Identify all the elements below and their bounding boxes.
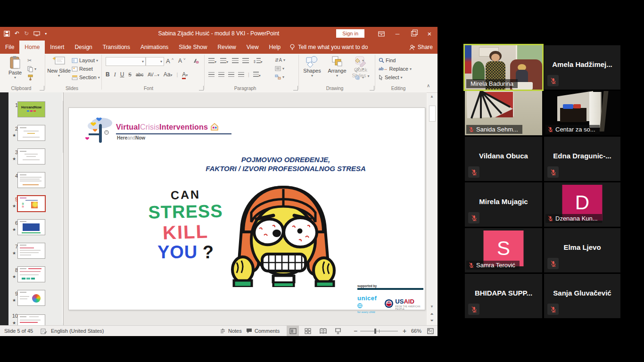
tab-review[interactable]: Review [212, 41, 241, 54]
slideshow-view-button[interactable] [332, 326, 344, 336]
format-painter-button[interactable] [27, 74, 33, 81]
shape-effects-button[interactable]: ▾ [355, 74, 364, 81]
language-status[interactable]: English (United States) [51, 326, 104, 336]
slide-thumbnail-10[interactable] [17, 314, 45, 326]
slide-sorter-view-button[interactable] [302, 326, 314, 336]
clipboard-dialog-launcher[interactable] [40, 86, 44, 90]
participant-tile-samra[interactable]: S Samra Terović [465, 228, 542, 272]
close-button[interactable]: × [421, 27, 438, 41]
strikethrough-button[interactable]: S [128, 71, 132, 78]
line-spacing-button[interactable]: ⇕▾ [253, 58, 263, 64]
participant-tile-sanja[interactable]: Sanja Gluvačević [544, 274, 620, 318]
convert-to-smartart-button[interactable]: ▾ [275, 73, 284, 81]
reset-button[interactable]: Reset [72, 65, 93, 73]
collapse-ribbon-button[interactable]: ∧ [427, 83, 430, 88]
shape-fill-button[interactable]: ▾ [355, 57, 364, 64]
minimize-button[interactable]: ─ [389, 27, 405, 41]
scroll-down-arrow[interactable]: ▼ [428, 304, 436, 310]
numbering-button[interactable]: ▾ [220, 58, 228, 64]
normal-view-button[interactable] [287, 326, 299, 336]
replace-button[interactable]: ab↔Replace▾ [379, 65, 412, 73]
cut-button[interactable]: ✂ [27, 57, 32, 64]
font-dialog-launcher[interactable] [199, 86, 204, 90]
align-center-button[interactable] [218, 72, 224, 77]
participant-tile-dzenana[interactable]: D Dzenana Kun... [544, 182, 620, 227]
sign-in-button[interactable]: Sign in [336, 29, 364, 38]
participant-tile-elma[interactable]: Elma Ljevo [544, 228, 620, 272]
slide-thumbnail-6[interactable] [17, 219, 45, 235]
tell-me-box[interactable]: Tell me what you want to do [286, 41, 372, 54]
zoom-level[interactable]: 66% [411, 326, 421, 336]
increase-indent-button[interactable] [242, 58, 249, 64]
align-left-button[interactable] [208, 72, 215, 77]
slide-thumbnail-5-selected[interactable]: ≋≋ [17, 195, 46, 212]
zoom-out-button[interactable]: − [354, 326, 357, 336]
participant-tile-mirela-badurina[interactable]: Mirela Badurina [465, 45, 542, 90]
tab-slideshow[interactable]: Slide Show [173, 41, 212, 54]
slide-thumbnail-3[interactable] [17, 148, 45, 165]
select-button[interactable]: Select▾ [379, 74, 403, 81]
scroll-up-arrow[interactable]: ▲ [428, 93, 436, 100]
tab-insert[interactable]: Insert [45, 41, 69, 54]
participant-tile-centar[interactable]: Centar za so... [544, 91, 620, 135]
font-size-combobox[interactable]: ▾ [146, 57, 164, 66]
participant-tile-bhidapa[interactable]: BHIDAPA SUPP... [465, 274, 542, 318]
slide-thumbnail-1[interactable]: · HereandNow [17, 101, 45, 117]
tab-file[interactable]: File [0, 41, 19, 54]
tab-help[interactable]: Help [264, 41, 286, 54]
paste-button[interactable]: Paste▾ [5, 56, 25, 80]
slide-thumbnail-7[interactable] [17, 243, 45, 259]
font-color-button[interactable]: A▾ [182, 71, 188, 78]
scrollbar-thumb[interactable] [429, 106, 436, 122]
copy-button[interactable]: ▾ [27, 65, 36, 73]
tab-animations[interactable]: Animations [135, 41, 173, 54]
character-spacing-button[interactable]: AV↔▾ [148, 72, 159, 77]
tab-transitions[interactable]: Transitions [98, 41, 135, 54]
spell-check-icon[interactable] [41, 326, 47, 336]
drawing-dialog-launcher[interactable] [370, 86, 374, 90]
grow-font-button[interactable]: A˄ [166, 57, 173, 65]
layout-button[interactable]: Layout▾ [72, 57, 98, 64]
section-button[interactable]: Section▾ [72, 74, 100, 81]
slide-canvas[interactable]: VirtualCrisisInterventions HereandNow PO… [68, 107, 425, 310]
shapes-button[interactable]: Shapes▾ [301, 56, 323, 78]
new-slide-button[interactable]: New Slide▾ [48, 56, 70, 78]
restore-button[interactable] [405, 27, 421, 41]
zoom-slider-thumb[interactable] [374, 329, 376, 334]
decrease-indent-button[interactable] [232, 58, 239, 64]
font-name-combobox[interactable]: ▾ [106, 57, 146, 66]
comments-button[interactable]: Comments [246, 326, 280, 336]
ribbon-display-options-button[interactable] [373, 27, 389, 41]
zoom-in-button[interactable]: + [403, 326, 406, 336]
clear-formatting-button[interactable] [192, 57, 199, 65]
fit-to-window-button[interactable] [424, 326, 437, 336]
previous-slide-button[interactable]: ⏶ [428, 311, 436, 318]
slide-thumbnail-2[interactable] [17, 125, 45, 141]
slide-scrollbar[interactable]: ▲ ▼ [428, 93, 436, 310]
shrink-font-button[interactable]: A˅ [178, 57, 186, 65]
participant-tile-amela[interactable]: Amela Hadžimej... [544, 45, 620, 90]
shape-outline-button[interactable]: ▾ [355, 65, 364, 73]
bullets-button[interactable]: ▾ [208, 58, 216, 64]
bold-button[interactable]: B [106, 71, 110, 78]
tab-design[interactable]: Design [69, 41, 97, 54]
participant-tile-edna[interactable]: Edna Dragunic-... [544, 137, 620, 181]
justify-button[interactable] [238, 72, 244, 77]
tab-home[interactable]: Home [19, 41, 45, 54]
align-right-button[interactable] [228, 72, 234, 77]
tab-view[interactable]: View [241, 41, 264, 54]
share-button[interactable]: Share [409, 41, 433, 54]
slide-thumbnail-8[interactable] [17, 266, 45, 282]
text-direction-button[interactable]: ⇵A▾ [275, 56, 285, 64]
next-slide-button[interactable]: ⏷ [428, 318, 436, 324]
notes-button[interactable]: Notes [220, 326, 242, 336]
zoom-slider[interactable] [360, 331, 398, 331]
underline-button[interactable]: U [120, 71, 124, 78]
arrange-button[interactable]: Arrange▾ [325, 56, 349, 78]
participant-tile-sanida[interactable]: Sanida Sehm... [465, 91, 542, 135]
align-text-button[interactable]: ▾ [275, 65, 284, 72]
change-case-button[interactable]: Aa▾ [164, 71, 173, 78]
italic-button[interactable]: I [114, 71, 116, 78]
paragraph-dialog-launcher[interactable] [293, 86, 298, 90]
slide-thumbnail-4[interactable] [17, 172, 45, 188]
